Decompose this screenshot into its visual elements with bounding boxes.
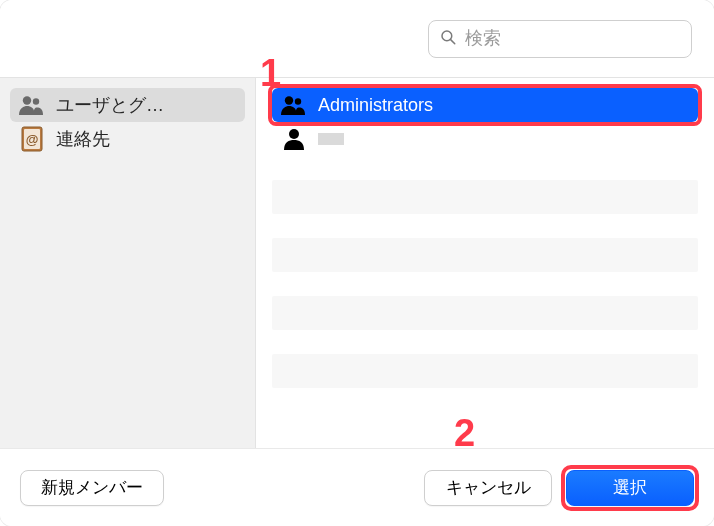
body: ユーザとグ… @ 連絡先 xyxy=(0,78,714,448)
empty-row xyxy=(272,296,698,330)
group-icon xyxy=(18,95,46,115)
svg-text:@: @ xyxy=(26,132,39,147)
svg-line-1 xyxy=(451,39,455,43)
result-row-administrators[interactable]: Administrators xyxy=(272,88,698,122)
result-row-user[interactable] xyxy=(272,122,698,156)
picker-window: ユーザとグ… @ 連絡先 xyxy=(0,0,714,526)
result-row-label-obscured xyxy=(318,133,344,145)
footer: 新規メンバー キャンセル 選択 xyxy=(0,448,714,526)
sidebar-item-contacts[interactable]: @ 連絡先 xyxy=(10,122,245,156)
search-icon xyxy=(439,28,457,50)
result-list: Administrators xyxy=(256,78,714,448)
sidebar-item-label: ユーザとグ… xyxy=(56,93,164,117)
select-button-wrap: 選択 xyxy=(566,470,694,506)
search-field[interactable] xyxy=(428,20,692,58)
group-icon xyxy=(280,95,308,115)
svg-point-7 xyxy=(285,96,293,104)
svg-point-9 xyxy=(289,129,299,139)
source-sidebar: ユーザとグ… @ 連絡先 xyxy=(0,78,256,448)
person-icon xyxy=(280,128,308,150)
cancel-button[interactable]: キャンセル xyxy=(424,470,552,506)
svg-point-8 xyxy=(295,98,301,104)
empty-row xyxy=(272,354,698,388)
svg-point-3 xyxy=(33,98,39,104)
sidebar-item-label: 連絡先 xyxy=(56,127,110,151)
select-button[interactable]: 選択 xyxy=(566,470,694,506)
svg-point-2 xyxy=(23,96,31,104)
result-row-label: Administrators xyxy=(318,95,433,116)
new-member-button[interactable]: 新規メンバー xyxy=(20,470,164,506)
toolbar xyxy=(0,0,714,78)
address-book-icon: @ xyxy=(18,126,46,152)
empty-row xyxy=(272,238,698,272)
sidebar-item-users-groups[interactable]: ユーザとグ… xyxy=(10,88,245,122)
search-input[interactable] xyxy=(465,28,697,49)
empty-row xyxy=(272,180,698,214)
